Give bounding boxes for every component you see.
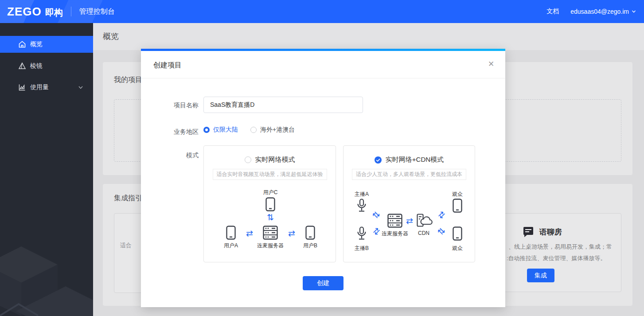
phone-icon	[226, 226, 236, 242]
phone-icon	[453, 199, 462, 215]
decorative-cubes	[0, 212, 93, 316]
chevron-down-icon	[632, 9, 636, 14]
guide-left-text: 适合	[120, 242, 132, 250]
sidebar: 概览 棱镜 使用量	[0, 23, 93, 316]
logo-cn-text: 即构	[45, 7, 63, 19]
region-option-label: 海外+港澳台	[260, 126, 295, 134]
exchange-arrow-icon: ⇄	[288, 229, 295, 238]
diagram-label-user-c: 用户C	[263, 189, 278, 196]
chevron-down-icon	[78, 85, 83, 90]
mode-title: 实时网络模式	[255, 156, 295, 164]
diagram-label-server: 连麦服务器	[257, 242, 284, 250]
exchange-arrow-icon: ⇄	[246, 229, 253, 238]
microphone-icon	[356, 226, 367, 242]
docs-link[interactable]: 文档	[546, 8, 559, 16]
radio-unselected-icon[interactable]	[245, 156, 251, 163]
mode-subtitle: 适合实时音视频互动场景，满足超低延迟体验	[213, 169, 327, 180]
mode-title: 实时网络+CDN模式	[386, 156, 444, 164]
modal-header: 创建项目 ✕	[141, 51, 505, 78]
microphone-icon	[356, 199, 367, 215]
chat-room-icon	[523, 226, 534, 238]
logo-text: ZEGO	[7, 5, 42, 19]
mode-card-rtc[interactable]: 实时网络模式 适合实时音视频互动场景，满足超低延迟体验 用户C ⇅ ⇄ ⇄ 用户…	[203, 145, 336, 262]
home-icon	[18, 40, 27, 49]
phone-icon	[265, 197, 275, 213]
server-icon	[263, 226, 278, 242]
exchange-arrow-diagonal-icon: ⇄	[371, 226, 382, 237]
modal-title: 创建项目	[153, 61, 182, 70]
prism-icon	[18, 62, 27, 70]
sidebar-item-usage[interactable]: 使用量	[0, 79, 93, 96]
sidebar-item-overview[interactable]: 概览	[0, 36, 93, 53]
integration-guide-title: 集成指引	[114, 194, 142, 203]
server-icon	[387, 214, 402, 230]
topbar: ZEGO 即构 管理控制台 文档 edusaas04@zego.im	[0, 0, 644, 23]
sidebar-item-label: 概览	[30, 40, 43, 48]
region-option-mainland[interactable]: 仅限大陆	[203, 126, 238, 134]
phone-icon	[305, 226, 315, 242]
diagram-label-user-a: 用户A	[224, 242, 238, 250]
diagram-label-host-a: 主播A	[355, 191, 369, 198]
create-project-modal: 创建项目 ✕ 项目名称 业务地区 仅限大陆 海外+港澳台 模式 实时网络模式 适…	[141, 49, 505, 307]
diagram-label-server: 连麦服务器	[382, 230, 408, 238]
voice-room-desc-line1: 、线上桌游场景，易用易开发，集成；常	[508, 243, 612, 251]
project-name-input[interactable]	[203, 97, 363, 113]
phone-icon	[453, 226, 462, 242]
mode-label: 模式	[145, 152, 199, 160]
sidebar-item-label: 棱镜	[30, 62, 43, 70]
topbar-divider	[71, 7, 71, 16]
diagram-label-cdn: CDN	[418, 230, 429, 236]
exchange-arrow-diagonal-icon: ⇄	[436, 209, 447, 220]
sidebar-item-prism[interactable]: 棱镜	[0, 58, 93, 74]
mode-subtitle: 适合少人互动，多人观看场景，更低拉流成本	[352, 169, 466, 180]
region-label: 业务地区	[145, 128, 199, 136]
diagram-label-host-b: 主播B	[355, 245, 369, 252]
radio-selected-icon[interactable]	[203, 127, 210, 133]
create-button[interactable]: 创建	[303, 276, 343, 290]
cdn-icon	[417, 214, 433, 230]
integrate-button[interactable]: 集成	[527, 269, 554, 282]
radio-unselected-icon[interactable]	[250, 127, 257, 133]
page-title: 概览	[103, 23, 119, 50]
close-icon[interactable]: ✕	[487, 60, 496, 69]
exchange-arrow-vertical-icon: ⇅	[267, 213, 274, 222]
region-option-label: 仅限大陆	[213, 126, 238, 134]
account-menu[interactable]: edusaas04@zego.im	[570, 8, 636, 15]
region-option-overseas[interactable]: 海外+港澳台	[250, 126, 295, 134]
mode-card-rtc-cdn[interactable]: 实时网络+CDN模式 适合少人互动，多人观看场景，更低拉流成本 主播A 观众 ⇄…	[343, 145, 475, 262]
console-title: 管理控制台	[79, 7, 115, 16]
my-projects-title: 我的项目	[114, 75, 142, 85]
exchange-arrow-diagonal-icon: ⇄	[371, 209, 382, 220]
sidebar-item-label: 使用量	[30, 83, 49, 91]
voice-room-desc-line2: :自动推拉流、麦位管理、媒体播放等。	[507, 254, 606, 262]
diagram-label-viewer-top: 观众	[452, 191, 463, 198]
radio-checked-icon[interactable]	[375, 156, 382, 164]
exchange-arrow-icon: ⇄	[406, 217, 413, 225]
zego-logo: ZEGO 即构	[7, 5, 63, 19]
diagram-label-viewer-bottom: 观众	[452, 245, 463, 252]
project-name-label: 项目名称	[145, 101, 199, 109]
voice-room-title: 语聊房	[539, 227, 562, 237]
page-header: 概览	[93, 23, 644, 50]
exchange-arrow-diagonal-icon: ⇄	[436, 226, 447, 237]
account-email: edusaas04@zego.im	[570, 8, 629, 15]
diagram-label-user-b: 用户B	[303, 242, 317, 250]
usage-chart-icon	[18, 83, 27, 92]
